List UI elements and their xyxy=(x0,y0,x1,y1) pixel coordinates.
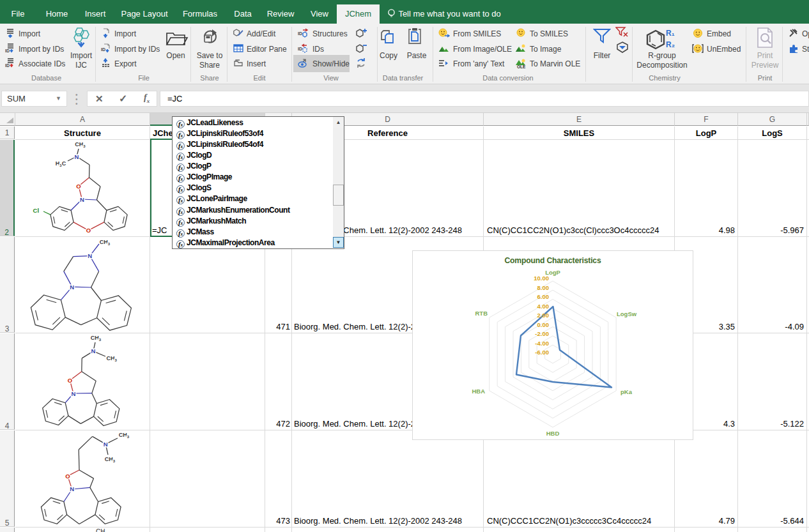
svg-text:pKa: pKa xyxy=(620,388,633,395)
svg-text:ID: ID xyxy=(298,47,302,51)
svg-text:CH3: CH3 xyxy=(75,141,86,148)
svg-text:CH3: CH3 xyxy=(105,456,116,463)
svg-text:6.00: 6.00 xyxy=(537,293,550,300)
svg-text:CH3: CH3 xyxy=(106,355,117,362)
svg-text:ID: ID xyxy=(5,49,10,53)
svg-text:0.00: 0.00 xyxy=(537,321,550,328)
svg-text:O: O xyxy=(86,227,91,234)
svg-text:-4.00: -4.00 xyxy=(535,340,549,347)
svg-text:N: N xyxy=(70,284,74,291)
svg-text:4.00: 4.00 xyxy=(537,303,550,310)
svg-text:ID: ID xyxy=(5,63,10,68)
svg-text:OLE: OLE xyxy=(517,65,526,69)
svg-text:CH3: CH3 xyxy=(119,432,130,439)
svg-text:N: N xyxy=(104,441,108,448)
svg-text:O: O xyxy=(65,473,70,480)
svg-text:N: N xyxy=(75,153,79,160)
svg-text:R₂: R₂ xyxy=(666,40,675,49)
svg-text:ID: ID xyxy=(298,31,302,36)
svg-text:N: N xyxy=(80,196,84,203)
svg-text:Cl: Cl xyxy=(33,207,40,214)
svg-text:-6.00: -6.00 xyxy=(535,349,549,356)
svg-text:O: O xyxy=(68,377,72,384)
svg-text:2.00: 2.00 xyxy=(537,312,550,319)
svg-text:N: N xyxy=(91,347,96,354)
svg-text:Compound Characteristics: Compound Characteristics xyxy=(505,256,601,265)
svg-text:N: N xyxy=(71,390,75,397)
svg-text:HBA: HBA xyxy=(472,388,485,395)
svg-text:HBD: HBD xyxy=(546,430,560,437)
svg-text:N: N xyxy=(70,485,74,492)
svg-text:ID: ID xyxy=(101,47,105,52)
svg-text:R₁: R₁ xyxy=(666,29,675,38)
svg-text:O: O xyxy=(76,183,81,190)
svg-text:LogSw: LogSw xyxy=(617,310,637,317)
svg-text:-2.00: -2.00 xyxy=(535,330,549,337)
svg-text:8.00: 8.00 xyxy=(537,284,550,291)
svg-text:10.00: 10.00 xyxy=(534,275,549,282)
svg-text:RTB: RTB xyxy=(475,310,488,317)
svg-text:N: N xyxy=(88,252,92,259)
svg-text:CH3: CH3 xyxy=(91,335,102,342)
svg-text:H3C: H3C xyxy=(56,160,66,167)
svg-text:CH3: CH3 xyxy=(100,239,111,246)
